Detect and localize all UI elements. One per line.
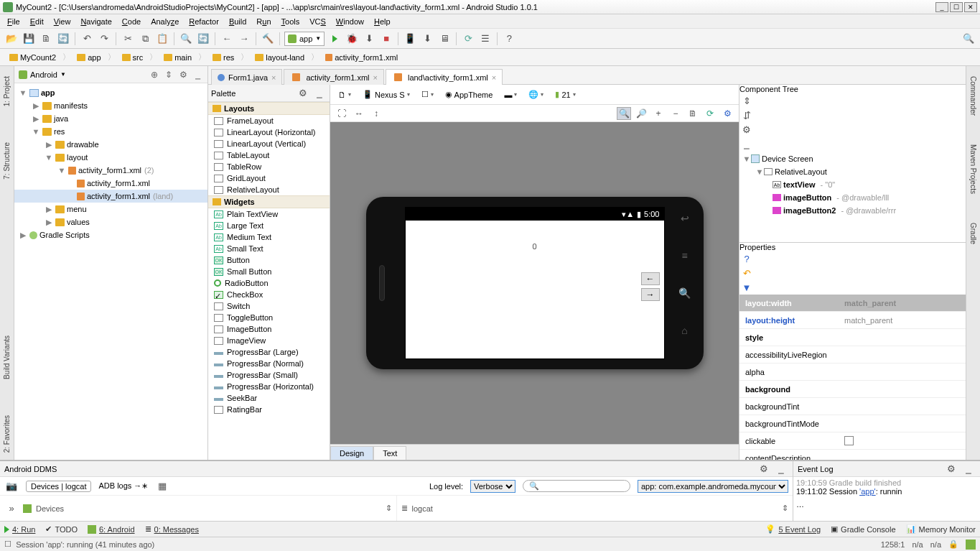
palette-item[interactable]: RatingBar bbox=[208, 404, 330, 415]
activity-combo[interactable]: ▬▾ bbox=[500, 88, 521, 101]
cut-icon[interactable]: ✂ bbox=[121, 32, 135, 46]
refresh-preview-icon[interactable]: ⟳ bbox=[703, 107, 717, 120]
property-row[interactable]: contentDescription bbox=[739, 450, 966, 460]
editor-tab[interactable]: Form1.java× bbox=[211, 69, 282, 85]
breadcrumb-item[interactable]: layout-land bbox=[250, 51, 309, 64]
property-row[interactable]: clickable bbox=[739, 432, 966, 450]
palette-item[interactable]: OKButton bbox=[208, 254, 330, 266]
menu-navigate[interactable]: Navigate bbox=[76, 16, 116, 27]
menu-analyze[interactable]: Analyze bbox=[146, 16, 183, 27]
palette-item[interactable]: ✓CheckBox bbox=[208, 289, 330, 300]
tab-run[interactable]: 4: Run bbox=[4, 525, 35, 534]
make-icon[interactable]: 🔨 bbox=[261, 32, 275, 46]
gear-icon[interactable]: ⚙ bbox=[757, 462, 771, 476]
breadcrumb-item[interactable]: main bbox=[159, 51, 197, 64]
palette-item[interactable]: ProgressBar (Normal) bbox=[208, 358, 330, 369]
logcat-search[interactable]: 🔍 bbox=[523, 480, 630, 492]
search-input[interactable] bbox=[542, 482, 621, 491]
api-combo[interactable]: ▮21▾ bbox=[551, 88, 579, 101]
open-icon[interactable]: 📂 bbox=[4, 32, 19, 46]
palette-item[interactable]: FrameLayout bbox=[208, 115, 330, 126]
editor-tab-active[interactable]: land\activity_form1.xml× bbox=[386, 69, 503, 85]
devices-logcat-tab[interactable]: Devices | logcat bbox=[26, 481, 91, 492]
project-view-combo[interactable]: Android ▼ bbox=[19, 70, 66, 79]
hide-icon[interactable]: ⎯ bbox=[312, 86, 327, 101]
menu-build[interactable]: Build bbox=[225, 16, 251, 27]
hide-icon[interactable]: ⎯ bbox=[774, 462, 788, 476]
layout-icon[interactable]: ▦ bbox=[155, 479, 169, 494]
preview-imagebutton-right[interactable]: → bbox=[641, 288, 660, 301]
palette-item[interactable]: LinearLayout (Horizontal) bbox=[208, 126, 330, 138]
paste-icon[interactable]: 📋 bbox=[155, 32, 169, 46]
close-icon[interactable]: × bbox=[271, 73, 276, 82]
run-icon[interactable] bbox=[327, 32, 342, 46]
rail-structure[interactable]: 7: Structure bbox=[1, 135, 12, 187]
revert-icon[interactable]: ↶ bbox=[739, 266, 754, 280]
property-row[interactable]: accessibilityLiveRegion bbox=[739, 346, 966, 364]
theme-combo[interactable]: ◉ AppTheme bbox=[442, 88, 497, 101]
palette-item[interactable]: ProgressBar (Horizontal) bbox=[208, 381, 330, 392]
debug-icon[interactable]: 🐞 bbox=[345, 32, 359, 46]
session-link[interactable]: 'app' bbox=[859, 487, 876, 496]
loglevel-select[interactable]: Verbose bbox=[470, 480, 515, 493]
device-screen[interactable]: ▾▲▮5:00 0 ← → bbox=[405, 207, 665, 359]
property-row[interactable]: backgroundTint bbox=[739, 398, 966, 415]
palette-item[interactable]: AbLarge Text bbox=[208, 220, 330, 231]
replace-icon[interactable]: 🔄 bbox=[196, 32, 210, 46]
property-row[interactable]: alpha bbox=[739, 364, 966, 381]
event-log-body[interactable]: 19:10:59 Gradle build finished 19:11:02 … bbox=[793, 477, 980, 521]
copy-icon[interactable]: ⧉ bbox=[138, 32, 152, 46]
sync-icon[interactable]: ⟳ bbox=[461, 32, 475, 46]
collapse-icon[interactable]: ⇕ bbox=[163, 69, 174, 80]
collapse-icon[interactable]: ⇵ bbox=[739, 108, 754, 122]
find-icon[interactable]: 🔍 bbox=[179, 32, 193, 46]
palette-item[interactable]: OKSmall Button bbox=[208, 266, 330, 277]
palette-item[interactable]: ProgressBar (Large) bbox=[208, 346, 330, 358]
run-config-combo[interactable]: app ▼ bbox=[284, 32, 325, 46]
maximize-button[interactable]: ☐ bbox=[950, 2, 963, 12]
preview-imagebutton-left[interactable]: ← bbox=[641, 272, 660, 285]
palette-item[interactable]: ImageButton bbox=[208, 323, 330, 335]
undo-icon[interactable]: ↶ bbox=[80, 32, 94, 46]
tab-gradle-console[interactable]: ▣ Gradle Console bbox=[831, 524, 895, 534]
tab-event-log[interactable]: 💡 5 Event Log bbox=[765, 524, 821, 534]
tab-memory-monitor[interactable]: 📊 Memory Monitor bbox=[906, 524, 976, 534]
sdk-icon[interactable]: ⬇ bbox=[420, 32, 434, 46]
rail-gradle[interactable]: Gradle bbox=[968, 216, 979, 251]
wrap-width-icon[interactable]: ↔ bbox=[352, 107, 366, 120]
palette-item[interactable]: RelativeLayout bbox=[208, 184, 330, 195]
menu-edit[interactable]: Edit bbox=[26, 16, 48, 27]
lock-icon[interactable]: 🔒 bbox=[948, 540, 958, 549]
palette-item[interactable]: ToggleButton bbox=[208, 312, 330, 323]
menu-file[interactable]: File bbox=[3, 16, 24, 27]
menu-tools[interactable]: Tools bbox=[277, 16, 304, 27]
menu-help[interactable]: Help bbox=[370, 16, 395, 27]
tab-messages[interactable]: ≣ 0: Messages bbox=[145, 524, 199, 534]
save-icon[interactable]: 💾 bbox=[22, 32, 36, 46]
palette-item[interactable]: GridLayout bbox=[208, 172, 330, 184]
palette-item[interactable]: Switch bbox=[208, 300, 330, 312]
menu-run[interactable]: Run bbox=[252, 16, 275, 27]
device-combo[interactable]: 📱 Nexus S▾ bbox=[359, 88, 414, 101]
text-tab[interactable]: Text bbox=[373, 446, 406, 460]
hide-icon[interactable]: ⎯ bbox=[739, 136, 754, 151]
palette-item[interactable]: AbMedium Text bbox=[208, 231, 330, 243]
palette-item[interactable]: AbPlain TextView bbox=[208, 208, 330, 220]
close-icon[interactable]: × bbox=[492, 73, 496, 82]
attach-icon[interactable]: ⬇ bbox=[362, 32, 376, 46]
rail-project[interactable]: 1: Project bbox=[1, 69, 12, 114]
menu-refactor[interactable]: Refactor bbox=[185, 16, 223, 27]
avd-icon[interactable]: 📱 bbox=[403, 32, 417, 46]
zoom-out-icon[interactable]: − bbox=[668, 107, 683, 120]
search-everywhere-icon[interactable]: 🔍 bbox=[961, 32, 976, 46]
breadcrumb-item[interactable]: src bbox=[117, 51, 149, 64]
locale-combo[interactable]: 🌐▾ bbox=[525, 88, 547, 101]
app-filter-select[interactable]: app: com.example.andromeda.mycount2 bbox=[638, 480, 788, 493]
breadcrumb-item[interactable]: MyCount2 bbox=[4, 51, 61, 64]
target-icon[interactable]: ⊕ bbox=[149, 69, 160, 80]
zoom-fit-icon[interactable]: ⛶ bbox=[335, 107, 349, 120]
design-canvas[interactable]: ↩ ≡ 🔍 ⌂ ▾▲▮5:00 0 ← → bbox=[330, 122, 739, 444]
palette-item[interactable]: ProgressBar (Small) bbox=[208, 369, 330, 381]
breadcrumb-item[interactable]: res bbox=[207, 51, 239, 64]
palette-item[interactable]: LinearLayout (Vertical) bbox=[208, 138, 330, 149]
